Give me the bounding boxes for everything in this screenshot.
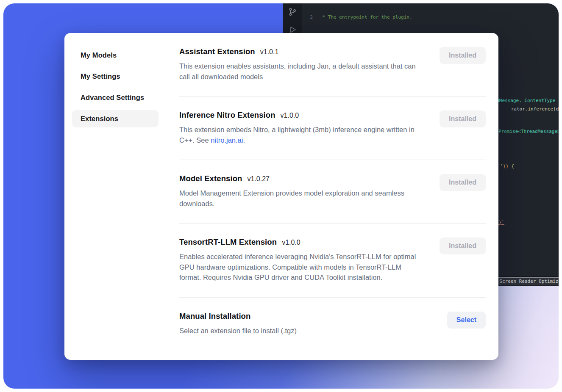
- model-installed-button[interactable]: Installed: [440, 174, 486, 191]
- extension-title: Model Extension: [179, 174, 242, 183]
- source-control-icon: [287, 7, 298, 17]
- screen-reader-chip: Screen Reader Optimize: [496, 277, 559, 285]
- extension-section-model: Model Extension v1.0.27 Model Management…: [179, 160, 486, 224]
- extension-version: v1.0.0: [281, 112, 299, 119]
- assistant-installed-button[interactable]: Installed: [440, 47, 486, 64]
- extension-title: Assistant Extension: [179, 47, 255, 56]
- settings-card: My Models My Settings Advanced Settings …: [64, 33, 498, 360]
- extension-description: Model Management Extension provides mode…: [179, 188, 424, 209]
- code-fragment: Promise<ThreadMessage>: [498, 129, 559, 135]
- code-method: inference: [528, 106, 554, 112]
- extension-description: This extension embeds Nitro, a lightweig…: [179, 124, 424, 145]
- extension-version: v1.0.1: [260, 48, 279, 56]
- extension-section-tensorrt: TensortRT-LLM Extension v1.0.0 Enables a…: [179, 224, 486, 298]
- sidebar-item-my-models[interactable]: My Models: [72, 47, 159, 64]
- extensions-panel: Assistant Extension v1.0.1 This extensio…: [165, 33, 498, 360]
- code-fragment: rator.inference(data));: [494, 100, 559, 118]
- extension-version: v1.0.27: [248, 175, 270, 183]
- sidebar-item-advanced-settings[interactable]: Advanced Settings: [72, 89, 159, 106]
- extension-version: v1.0.0: [282, 239, 300, 246]
- extension-title: Inference Nitro Extension: [179, 110, 275, 120]
- extension-title: Manual Installation: [179, 312, 250, 321]
- description-text: .: [243, 136, 245, 144]
- extension-title: TensortRT-LLM Extension: [179, 237, 277, 247]
- extension-section-nitro: Inference Nitro Extension v1.0.0 This ex…: [179, 97, 486, 160]
- page-background: 2 * The entrypoint for the plugin. 3 */ …: [3, 3, 559, 389]
- sidebar-item-my-settings[interactable]: My Settings: [72, 68, 159, 85]
- settings-sidebar: My Models My Settings Advanced Settings …: [64, 33, 165, 360]
- extension-description: Enables accelerated inference leveraging…: [179, 251, 424, 283]
- manual-select-button[interactable]: Select: [447, 312, 486, 329]
- code-line: 2 * The entrypoint for the plugin.: [302, 14, 559, 21]
- code-text: rator.: [511, 106, 528, 112]
- sidebar-item-extensions[interactable]: Extensions: [72, 110, 159, 127]
- code-text: (data));: [553, 106, 559, 112]
- nitro-installed-button[interactable]: Installed: [440, 110, 486, 127]
- code-comment: * The entrypoint for the plugin.: [320, 14, 412, 21]
- nitro-jan-ai-link[interactable]: nitro.jan.ai: [211, 136, 243, 144]
- extension-section-assistant: Assistant Extension v1.0.1 This extensio…: [179, 33, 486, 97]
- line-number: 2: [302, 14, 313, 21]
- extension-description: This extension enables assistants, inclu…: [179, 61, 424, 82]
- code-fragment: ')) {: [500, 163, 514, 169]
- extension-description: Select an extension file to install (.tg…: [179, 326, 297, 336]
- manual-installation-section: Manual Installation Select an extension …: [179, 298, 486, 351]
- tensorrt-installed-button[interactable]: Installed: [440, 237, 486, 254]
